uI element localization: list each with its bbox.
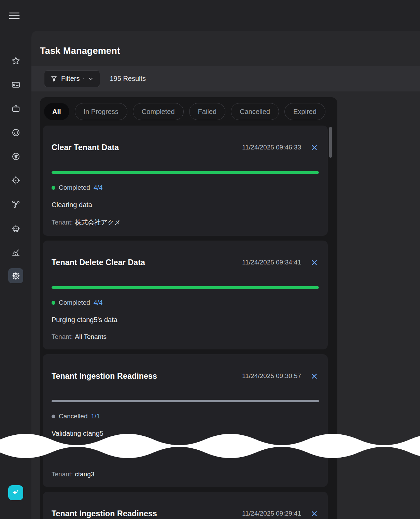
tab-in-progress[interactable]: In Progress bbox=[75, 103, 127, 120]
status-row: Completed 4/4 bbox=[52, 299, 319, 306]
filters-button[interactable]: Filters bbox=[44, 70, 100, 87]
task-description: Purging ctang5's data bbox=[52, 316, 319, 324]
progress-bar bbox=[52, 400, 319, 402]
status-row: Completed 4/4 bbox=[52, 184, 319, 191]
sidebar-item-intelligence[interactable] bbox=[0, 144, 31, 168]
sidebar-item-graph[interactable] bbox=[0, 192, 31, 216]
task-card: Tenant Ingestion Readiness 11/24/2025 09… bbox=[43, 492, 328, 519]
sidebar-item-favorites[interactable] bbox=[0, 49, 31, 73]
sidebar-item-tracking[interactable] bbox=[0, 168, 31, 192]
filters-label: Filters bbox=[61, 75, 80, 83]
menu-icon bbox=[9, 11, 20, 20]
close-task-button[interactable] bbox=[309, 258, 319, 267]
sparkle-icon bbox=[11, 488, 20, 497]
main-panel: Task Management Filters 195 Results All … bbox=[31, 31, 420, 519]
menu-button[interactable] bbox=[8, 10, 20, 22]
separator-dot bbox=[83, 78, 84, 79]
task-title: Tenant Delete Clear Data bbox=[52, 258, 242, 267]
page-title: Task Management bbox=[40, 46, 120, 56]
progress-fill bbox=[52, 286, 319, 289]
sidebar-item-analytics[interactable] bbox=[0, 240, 31, 264]
tab-completed[interactable]: Completed bbox=[133, 103, 184, 120]
chart-icon bbox=[11, 247, 20, 257]
status-label: Completed bbox=[59, 299, 90, 306]
results-count: 195 Results bbox=[110, 75, 146, 83]
status-count: 4/4 bbox=[94, 184, 102, 191]
tab-failed[interactable]: Failed bbox=[189, 103, 225, 120]
task-description: Clearing data bbox=[52, 201, 319, 209]
status-dot bbox=[52, 301, 55, 305]
tenant-value: All Tenants bbox=[75, 333, 107, 340]
progress-bar bbox=[52, 286, 319, 289]
status-dot bbox=[52, 415, 55, 418]
task-title: Tenant Ingestion Readiness bbox=[52, 372, 242, 381]
task-timestamp: 11/24/2025 09:29:41 bbox=[242, 510, 301, 517]
tab-all[interactable]: All bbox=[44, 103, 69, 120]
assistant-button[interactable] bbox=[8, 485, 23, 500]
sidebar-item-wallet[interactable] bbox=[0, 73, 31, 97]
task-title: Clear Tenant Data bbox=[52, 143, 242, 152]
task-card: Tenant Ingestion Readiness 11/24/2025 09… bbox=[43, 354, 328, 487]
status-row: Cancelled 1/1 bbox=[52, 413, 319, 420]
gear-icon bbox=[11, 271, 20, 280]
filter-bar: Filters 195 Results bbox=[31, 66, 420, 91]
task-cards: Clear Tenant Data 11/24/2025 09:46:33 Co… bbox=[40, 120, 337, 519]
close-task-button[interactable] bbox=[309, 143, 319, 152]
tab-cancelled[interactable]: Cancelled bbox=[231, 103, 279, 120]
target-icon bbox=[11, 176, 20, 185]
sidebar-item-settings[interactable] bbox=[0, 264, 31, 288]
sidebar-nav bbox=[0, 49, 31, 288]
task-timestamp: 11/24/2025 09:34:41 bbox=[242, 259, 301, 266]
close-icon bbox=[311, 259, 318, 266]
sidebar-item-workspace[interactable] bbox=[0, 97, 31, 120]
status-filter-tabs: All In Progress Completed Failed Cancell… bbox=[40, 97, 337, 120]
robot-icon bbox=[11, 224, 20, 233]
close-icon bbox=[311, 373, 318, 380]
app-window: Task Management Filters 195 Results All … bbox=[0, 0, 420, 519]
task-list-container: All In Progress Completed Failed Cancell… bbox=[40, 97, 337, 519]
sidebar-item-sessions[interactable] bbox=[0, 120, 31, 144]
scrollbar-thumb[interactable] bbox=[329, 127, 332, 158]
tenant-row: Tenant:ctang3 bbox=[52, 471, 319, 478]
tab-expired[interactable]: Expired bbox=[284, 103, 325, 120]
sidebar bbox=[0, 0, 31, 519]
tenant-label: Tenant: bbox=[52, 219, 73, 226]
tenant-row: Tenant:All Tenants bbox=[52, 333, 319, 341]
progress-fill bbox=[52, 171, 319, 174]
wallet-icon bbox=[11, 80, 20, 89]
chevron-down-icon bbox=[88, 76, 94, 82]
disc-icon bbox=[11, 128, 20, 137]
tenant-label: Tenant: bbox=[52, 471, 73, 478]
briefcase-icon bbox=[11, 104, 20, 113]
funnel-icon bbox=[51, 75, 57, 82]
progress-bar bbox=[52, 171, 319, 174]
task-description: Validating ctang5 bbox=[52, 430, 319, 437]
tenant-value: 株式会社アクメ bbox=[75, 219, 121, 226]
close-task-button[interactable] bbox=[309, 509, 319, 518]
close-icon bbox=[311, 144, 318, 151]
status-label: Completed bbox=[59, 184, 90, 191]
status-dot bbox=[52, 186, 55, 190]
task-timestamp: 11/24/2025 09:30:57 bbox=[242, 372, 301, 380]
network-icon bbox=[11, 200, 20, 209]
star-icon bbox=[11, 56, 20, 66]
close-task-button[interactable] bbox=[309, 371, 319, 381]
tenant-label: Tenant: bbox=[52, 333, 73, 340]
close-icon bbox=[311, 510, 318, 517]
tenant-value: ctang3 bbox=[75, 471, 94, 478]
task-card: Tenant Delete Clear Data 11/24/2025 09:3… bbox=[43, 241, 328, 349]
task-card: Clear Tenant Data 11/24/2025 09:46:33 Co… bbox=[43, 126, 328, 236]
tenant-row: Tenant:株式会社アクメ bbox=[52, 218, 319, 227]
task-timestamp: 11/24/2025 09:46:33 bbox=[242, 144, 301, 151]
brain-icon bbox=[11, 152, 20, 161]
status-label: Cancelled bbox=[59, 413, 88, 420]
task-title: Tenant Ingestion Readiness bbox=[52, 509, 242, 518]
progress-fill bbox=[52, 400, 319, 402]
sidebar-item-agents[interactable] bbox=[0, 216, 31, 240]
status-count: 4/4 bbox=[94, 299, 102, 306]
status-count: 1/1 bbox=[91, 413, 100, 420]
